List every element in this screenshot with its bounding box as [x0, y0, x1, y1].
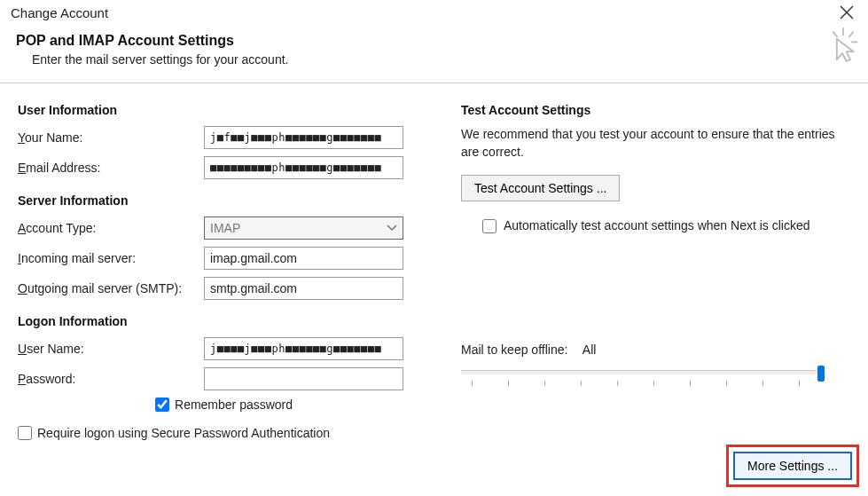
slider-tick — [653, 381, 654, 386]
test-settings-heading: Test Account Settings — [461, 103, 850, 117]
more-settings-button[interactable]: More Settings ... — [733, 452, 852, 480]
outgoing-server-label: Outgoing mail server (SMTP): — [18, 281, 204, 295]
close-icon — [840, 5, 854, 20]
remember-password-checkbox[interactable] — [155, 398, 169, 412]
auto-test-label: Automatically test account settings when… — [504, 217, 810, 235]
your-name-input[interactable] — [204, 126, 403, 149]
spa-label: Require logon using Secure Password Auth… — [37, 426, 330, 440]
svg-line-4 — [833, 32, 837, 37]
svg-line-3 — [848, 32, 853, 37]
slider-tick — [472, 381, 473, 386]
incoming-server-input[interactable] — [204, 247, 403, 270]
slider-tick — [799, 381, 800, 386]
slider-tick — [617, 381, 618, 386]
page-title: POP and IMAP Account Settings — [16, 33, 868, 49]
page-subtitle: Enter the mail server settings for your … — [16, 52, 868, 67]
account-type-label: Account Type: — [18, 221, 204, 235]
password-label: Password: — [18, 372, 204, 386]
more-settings-highlight: More Settings ... — [726, 445, 859, 487]
mail-keep-slider[interactable] — [461, 368, 825, 395]
incoming-server-label: Incoming mail server: — [18, 251, 204, 265]
test-account-settings-button[interactable]: Test Account Settings ... — [461, 175, 620, 201]
close-button[interactable] — [834, 5, 859, 22]
slider-tick — [544, 381, 545, 386]
password-input[interactable] — [204, 367, 403, 390]
test-settings-description: We recommend that you test your account … — [461, 126, 850, 161]
divider — [0, 83, 868, 83]
email-label: Email Address: — [18, 161, 204, 175]
spa-checkbox[interactable] — [18, 426, 32, 440]
user-name-label: User Name: — [18, 342, 204, 356]
mail-keep-label: Mail to keep offline: — [461, 342, 567, 357]
logon-info-heading: Logon Information — [18, 314, 426, 328]
slider-track — [461, 370, 825, 374]
user-info-heading: User Information — [18, 103, 426, 117]
slider-tick — [762, 381, 763, 386]
email-input[interactable] — [204, 156, 403, 179]
slider-tick — [690, 381, 691, 386]
slider-thumb[interactable] — [817, 366, 825, 382]
auto-test-checkbox[interactable] — [482, 219, 497, 233]
account-type-value: IMAP — [210, 221, 240, 235]
slider-tick — [508, 381, 509, 386]
account-type-select: IMAP — [204, 217, 403, 240]
user-name-input[interactable] — [204, 337, 403, 360]
slider-tick — [726, 381, 727, 386]
remember-password-label: Remember password — [175, 398, 293, 412]
window-title: Change Account — [11, 5, 108, 20]
server-info-heading: Server Information — [18, 193, 426, 208]
outgoing-server-input[interactable] — [204, 277, 403, 300]
cursor-click-icon — [827, 28, 859, 67]
your-name-label: Your Name: — [18, 130, 204, 145]
mail-keep-value: All — [583, 342, 597, 357]
slider-tick — [581, 381, 582, 386]
chevron-down-icon — [381, 217, 403, 239]
